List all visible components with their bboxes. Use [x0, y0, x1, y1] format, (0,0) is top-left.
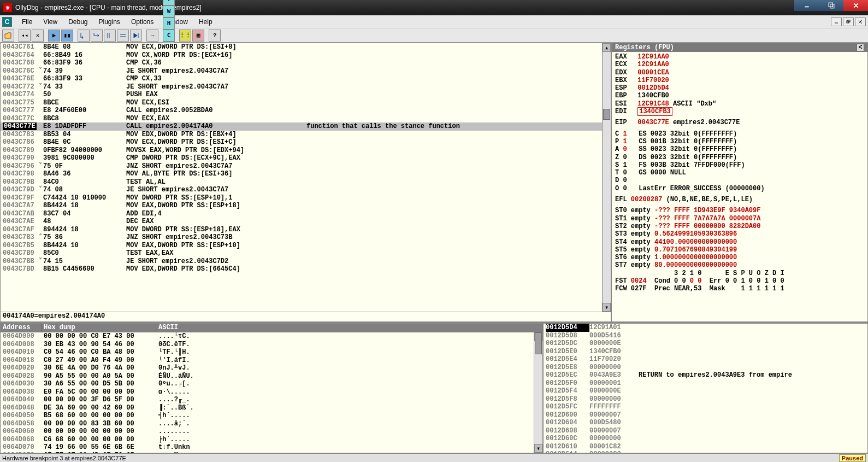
tb-settings-1[interactable]: ⋮⋮: [179, 30, 191, 42]
tb-window-T[interactable]: T: [163, 0, 175, 5]
mdi-restore[interactable]: [843, 17, 854, 26]
menu-help[interactable]: Help: [193, 17, 218, 27]
svg-rect-2: [830, 4, 834, 8]
tb-settings-2[interactable]: ▦: [192, 30, 204, 42]
close-button[interactable]: [843, 0, 868, 11]
menu-file[interactable]: File: [16, 17, 38, 27]
tb-goto[interactable]: →: [146, 30, 158, 42]
mdi-controls: [830, 17, 866, 26]
menu-options[interactable]: Options: [126, 17, 159, 27]
window-controls: [794, 0, 868, 15]
tb-window-H[interactable]: H: [163, 17, 175, 30]
maximize-button[interactable]: [819, 0, 843, 11]
mdi-minimize[interactable]: [831, 17, 842, 26]
tb-run[interactable]: ▶: [48, 30, 60, 42]
tb-window-W[interactable]: W: [163, 5, 175, 17]
menu-view[interactable]: View: [38, 17, 63, 27]
window-titlebar: ✵ OllyDbg - empires2.exe - [CPU - main t…: [0, 0, 868, 15]
app-icon: ✵: [3, 3, 12, 12]
menu-debug[interactable]: Debug: [63, 17, 93, 27]
minimize-button[interactable]: [794, 0, 819, 11]
cpu-window-icon[interactable]: C: [2, 17, 12, 27]
tb-help[interactable]: ?: [209, 30, 221, 42]
tb-trace-over[interactable]: [117, 30, 129, 42]
tb-pause[interactable]: ▮▮: [61, 30, 73, 42]
tb-window-C[interactable]: C: [163, 30, 175, 42]
tb-open[interactable]: [2, 30, 14, 42]
tb-rewind[interactable]: ◂◂: [19, 30, 31, 42]
tb-execute-till[interactable]: [130, 30, 142, 42]
window-title: OllyDbg - empires2.exe - [CPU - main thr…: [15, 4, 794, 11]
menubar: C FileViewDebugPluginsOptionsWindowHelp: [0, 15, 868, 28]
mdi-close[interactable]: [855, 17, 866, 26]
menu-plugins[interactable]: Plugins: [93, 17, 126, 27]
tb-step-into[interactable]: [78, 30, 90, 42]
tb-trace-into[interactable]: [104, 30, 116, 42]
tb-step-over[interactable]: [91, 30, 103, 42]
toolbar: ◂◂ ✕ ▶ ▮▮ → LEMTWHC/KBR...S ⋮⋮ ▦ ?: [0, 28, 868, 43]
svg-rect-1: [829, 3, 832, 7]
tb-restart[interactable]: ✕: [32, 30, 44, 42]
